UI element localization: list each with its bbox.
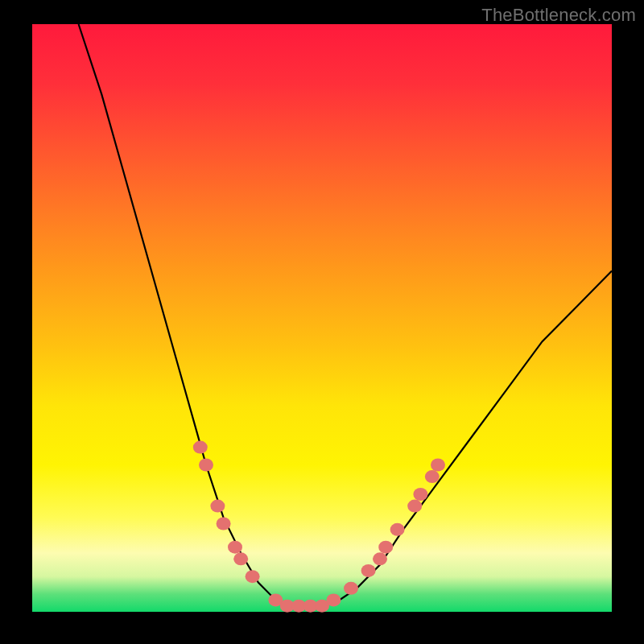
data-marker bbox=[233, 552, 248, 565]
data-marker bbox=[413, 488, 427, 501]
data-marker bbox=[431, 459, 445, 472]
data-marker bbox=[407, 500, 422, 513]
data-marker bbox=[390, 523, 405, 536]
data-marker bbox=[378, 541, 393, 554]
plot-area bbox=[32, 24, 612, 612]
watermark-label: TheBottleneck.com bbox=[481, 5, 636, 26]
data-marker bbox=[199, 459, 213, 472]
data-marker bbox=[246, 570, 260, 583]
data-marker bbox=[344, 582, 358, 595]
chart-frame: TheBottleneck.com bbox=[0, 0, 644, 644]
data-marker bbox=[361, 564, 376, 577]
data-marker bbox=[228, 541, 242, 554]
data-marker bbox=[326, 593, 341, 606]
data-marker bbox=[210, 500, 225, 513]
data-marker bbox=[217, 518, 231, 530]
data-marker bbox=[373, 552, 387, 565]
curve-svg bbox=[32, 24, 612, 612]
data-marker bbox=[425, 470, 440, 483]
markers-group bbox=[193, 441, 445, 613]
bottleneck-curve-path bbox=[79, 24, 612, 606]
data-marker bbox=[193, 441, 208, 454]
